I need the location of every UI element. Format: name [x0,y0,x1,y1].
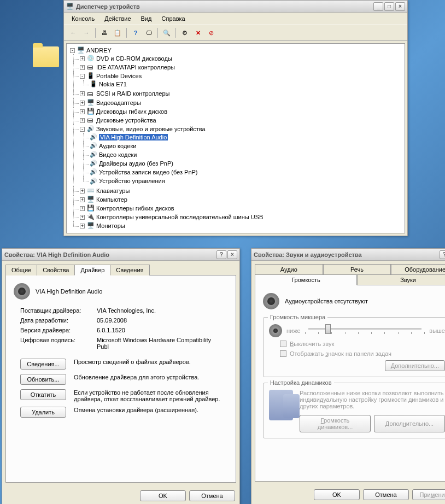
tab-details[interactable]: Сведения [110,265,149,276]
help-button[interactable]: ? [440,250,445,259]
sound-icon: 🔊 [90,178,97,185]
tree-item[interactable]: Устройство управления [99,178,165,185]
tree-root[interactable]: ANDREY [86,47,112,54]
help-button[interactable]: ? [130,27,142,39]
expander-icon[interactable]: + [80,197,85,202]
apply-button[interactable]: Применить [412,489,445,500]
menu-view[interactable]: Вид [137,14,156,24]
tree-item[interactable]: Компьютер [96,196,127,203]
tree-item-selected[interactable]: VIA High Definition Audio [99,134,168,140]
tab-volume[interactable]: Громкость [255,274,357,285]
sound-icon: 🔊 [90,133,97,141]
driver-rollback-button[interactable]: Откатить [20,389,66,400]
disable-button[interactable]: ⊘ [205,27,217,39]
close-button[interactable]: × [227,250,237,259]
expander-icon[interactable]: - [80,127,85,132]
driver-update-button[interactable]: Обновить... [20,374,66,385]
tree-item[interactable]: Мониторы [96,222,125,229]
label-high: выше [429,327,445,334]
titlebar[interactable]: 🖥️ Диспетчер устройств _ □ × [64,1,407,13]
desktop-folder-icon[interactable] [33,46,59,67]
tab-speech[interactable]: Речь [323,264,391,275]
tree-item[interactable]: Звуковые, видео и игровые устройства [96,126,206,132]
help-button[interactable]: ? [216,250,226,259]
tab-audio[interactable]: Аудио [255,264,323,275]
mixer-legend: Громкость микшера [268,314,327,320]
tree-item[interactable]: Видеоадаптеры [96,99,141,106]
uninstall-button[interactable]: ✕ [192,27,204,39]
tray-checkbox[interactable] [280,350,286,357]
expander-icon[interactable]: - [80,74,85,79]
expander-icon[interactable]: - [70,48,75,53]
tree-item[interactable]: Видео кодеки [99,151,137,158]
tree-item[interactable]: Клавиатуры [96,187,130,194]
label-version: Версия драйвера: [20,327,91,333]
expander-icon[interactable]: + [80,118,85,123]
volume-slider[interactable] [308,328,422,330]
speakers-image [269,390,293,420]
expander-icon[interactable]: + [80,101,85,106]
driver-remove-button[interactable]: Удалить [20,407,66,418]
driver-details-button[interactable]: Сведения... [20,359,66,370]
cancel-button[interactable]: Отмена [363,489,409,500]
titlebar[interactable]: Свойства: Звуки и аудиоустройства ? × [251,249,445,261]
device-icon: 📱 [90,80,97,88]
speaker-advanced-button[interactable]: Дополнительно... [374,415,445,432]
floppy-icon: 💾 [87,108,95,115]
print-button[interactable]: 🖶 [98,27,110,39]
expander-icon[interactable]: + [80,206,85,211]
menu-console[interactable]: Консоль [67,14,99,24]
value-vendor: VIA Technologies, Inc. [97,307,221,314]
expander-icon[interactable]: + [80,109,85,114]
tree-item[interactable]: Дисковые устройства [96,117,156,124]
menubar: Консоль Действие Вид Справка [64,13,407,25]
expander-icon[interactable]: + [80,56,85,61]
tabstrip-top: Аудио Речь Оборудование [255,264,445,275]
menu-help[interactable]: Справка [157,14,190,24]
expander-icon[interactable]: + [80,215,85,220]
ok-button[interactable]: OK [314,489,360,500]
tree-item[interactable]: SCSI и RAID контроллеры [96,91,169,97]
tree-item[interactable]: Контроллеры универсальной последовательн… [96,214,263,220]
device-tree[interactable]: -🖥️ANDREY +💿DVD и CD-ROM дисководы +🖴IDE… [66,43,405,233]
ok-button[interactable]: OK [140,490,186,501]
tree-item[interactable]: Nokia E71 [99,81,127,87]
menu-action[interactable]: Действие [100,14,135,24]
update-driver-button[interactable]: ⚙ [179,27,191,39]
tab-properties[interactable]: Свойства [37,265,75,276]
tab-driver[interactable]: Драйвер [74,265,110,276]
minimize-button[interactable]: _ [373,2,383,11]
tab-sounds[interactable]: Звуки [357,274,445,285]
close-button[interactable]: × [395,2,405,11]
tree-item[interactable]: Устройства записи видео (без PnP) [99,169,198,175]
speaker-volume-button[interactable]: Громкость динамиков... [300,415,371,432]
cancel-button[interactable]: Отмена [189,490,235,501]
expander-icon[interactable]: + [80,189,85,194]
tree-item[interactable]: Контроллеры гибких дисков [96,205,174,212]
tree-item[interactable]: Portable Devices [96,73,142,79]
expander-icon[interactable]: + [80,65,85,70]
tab-hardware[interactable]: Оборудование [391,264,445,275]
speaker-icon [263,293,279,309]
titlebar[interactable]: Свойства: VIA High Definition Audio ? × [2,249,239,261]
tree-item[interactable]: DVD и CD-ROM дисководы [96,55,172,62]
maximize-button[interactable]: □ [384,2,394,11]
desc-remove: Отмена установки драйвера (расширенная). [74,407,221,413]
tree-item[interactable]: Дисководы гибких дисков [96,108,167,115]
ide-icon: 🖴 [87,63,95,71]
desc-update: Обновление драйвера для этого устройства… [74,374,221,380]
forward-button[interactable]: → [80,27,92,39]
scan-button[interactable]: 🔍 [161,27,173,39]
tree-item[interactable]: IDE ATA/ATAPI контроллеры [96,64,175,71]
mixer-advanced-button[interactable]: Дополнительно... [385,360,445,371]
tree-item[interactable]: Драйверы аудио (без PnP) [99,160,173,167]
tab-general[interactable]: Общие [5,265,37,276]
tree-item[interactable]: Аудио кодеки [99,143,136,149]
label-date: Дата разработки: [20,317,91,324]
expander-icon[interactable]: + [80,224,85,228]
refresh-button[interactable]: 🖵 [143,27,155,39]
properties-button[interactable]: 📋 [112,27,124,39]
expander-icon[interactable]: + [80,91,85,96]
back-button[interactable]: ← [67,27,79,39]
mute-checkbox[interactable] [280,341,286,347]
